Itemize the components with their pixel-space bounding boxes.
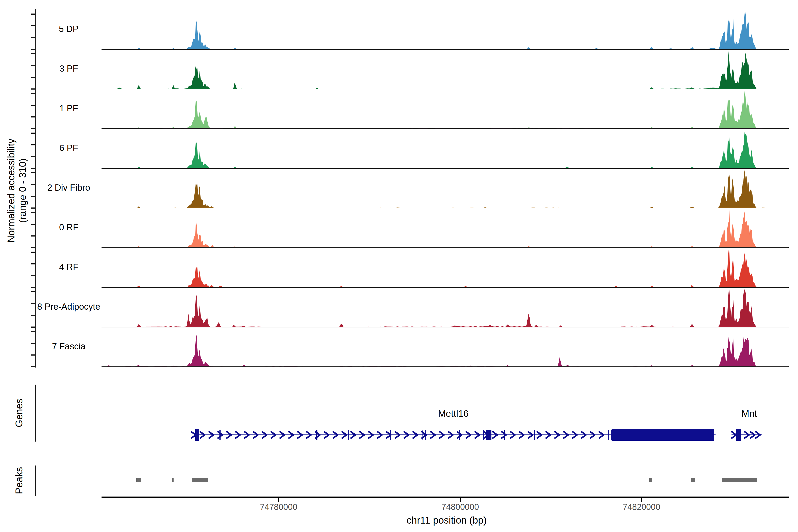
x-axis-title: chr11 position (bp) <box>347 515 546 526</box>
y-axis-tick <box>31 37 35 38</box>
y-axis-tick <box>31 355 35 356</box>
y-axis-tick <box>31 49 35 50</box>
track-label: 1 PF <box>11 103 126 113</box>
y-axis-tick <box>31 172 35 173</box>
track-signal-area <box>101 170 789 208</box>
peaks-bracket-line <box>35 466 36 496</box>
y-axis-tick <box>31 331 35 332</box>
y-axis-tick <box>31 287 35 288</box>
peaks-section-label: Peaks <box>13 436 25 525</box>
coverage-plot-figure: Normalized accessibility (range 0 - 310)… <box>0 0 798 532</box>
track-signal-area <box>101 51 789 89</box>
x-tick-label: 74780000 <box>243 502 314 512</box>
track-label: 4 RF <box>11 262 126 272</box>
y-axis-tick <box>31 77 35 78</box>
y-axis-tick <box>31 116 35 117</box>
track-baseline <box>101 49 789 50</box>
y-axis-tick <box>31 156 35 157</box>
y-axis-tick <box>31 133 35 134</box>
y-axis-tick <box>31 53 35 54</box>
y-axis-tick <box>31 291 35 292</box>
track-label: 8 Pre-Adipocyte <box>11 302 126 312</box>
track-label: 3 PF <box>11 64 126 74</box>
track-baseline <box>101 168 789 169</box>
x-axis-tick <box>641 498 642 501</box>
y-axis-tick <box>31 168 35 169</box>
gene-exon <box>348 430 349 440</box>
x-tick-label: 74800000 <box>425 502 496 512</box>
peak-box <box>649 478 652 482</box>
track-baseline <box>101 366 789 367</box>
gene-exon <box>220 430 221 440</box>
gene-name-label: Mettl16 <box>409 408 498 419</box>
y-axis-tick <box>31 315 35 316</box>
peak-box <box>192 478 208 482</box>
y-axis-tick <box>31 93 35 94</box>
track-baseline <box>101 128 789 129</box>
track-signal-area <box>101 132 789 168</box>
gene-exon <box>611 430 612 440</box>
x-axis-tick <box>460 498 461 501</box>
gene-exon <box>608 430 609 440</box>
track-label: 6 PF <box>11 143 126 153</box>
track-signal-area <box>101 210 789 248</box>
track-baseline <box>101 208 789 208</box>
strand-arrow-icon <box>191 431 196 438</box>
track-label: 5 DP <box>11 24 126 34</box>
track-baseline <box>101 287 789 288</box>
y-axis-tick <box>31 252 35 253</box>
track-baseline <box>101 89 789 89</box>
y-axis-tick <box>31 196 35 197</box>
y-axis-tick <box>31 235 35 236</box>
y-axis-tick <box>31 14 35 15</box>
y-axis-tick <box>31 247 35 248</box>
gene-exon <box>316 430 318 440</box>
y-axis-tick <box>31 208 35 209</box>
y-axis-tick <box>31 89 35 90</box>
y-axis-tick <box>31 128 35 129</box>
x-axis-tick <box>278 498 279 501</box>
peak-box <box>691 478 695 482</box>
peak-box <box>722 478 757 482</box>
x-tick-label: 74820000 <box>606 502 677 512</box>
gene-exon <box>504 430 505 440</box>
track-baseline <box>101 327 789 327</box>
track-signal-area <box>101 91 789 129</box>
genes-bracket-line <box>35 385 36 441</box>
track-signal-area <box>101 250 789 287</box>
gene-exon <box>459 430 460 440</box>
track-baseline <box>101 247 789 248</box>
y-axis-tick <box>31 275 35 276</box>
x-axis-line <box>101 496 789 498</box>
track-signal-area <box>101 289 789 327</box>
y-axis-tick <box>31 366 35 367</box>
y-axis-tick <box>31 326 35 328</box>
peak-box <box>136 478 141 482</box>
gene-name-label: Mnt <box>705 408 794 419</box>
peak-box <box>172 478 174 482</box>
track-signal-area <box>101 12 789 49</box>
gene-exon-box <box>612 429 714 441</box>
track-signal-area <box>101 335 789 367</box>
track-label: 2 Div Fibro <box>11 183 126 193</box>
track-label: 0 RF <box>11 222 126 232</box>
y-axis-tick <box>31 212 35 213</box>
track-label: 7 Fascia <box>11 341 126 352</box>
